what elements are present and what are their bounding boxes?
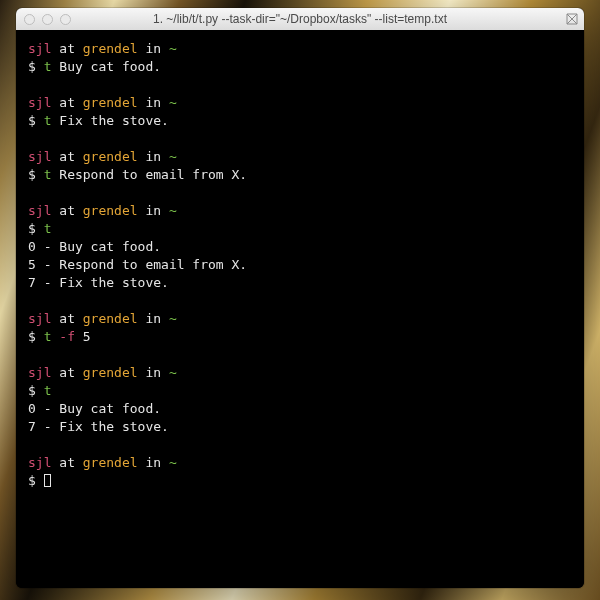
prompt-at: at [51,41,82,56]
command-argument: Fix the stove. [51,113,168,128]
command-line: $ t [28,220,572,238]
prompt-context-line: sjl at grendel in ~ [28,202,572,220]
prompt-context-line: sjl at grendel in ~ [28,148,572,166]
command-line: $ t Buy cat food. [28,58,572,76]
output-line: 7 - Fix the stove. [28,274,572,292]
prompt-user: sjl [28,365,51,380]
window-title: 1. ~/lib/t/t.py --task-dir="~/Dropbox/ta… [16,12,584,26]
command-argument: Buy cat food. [51,59,161,74]
prompt-at: at [51,149,82,164]
prompt-context-line: sjl at grendel in ~ [28,40,572,58]
prompt-in: in [138,365,169,380]
prompt-host: grendel [83,203,138,218]
command-name: t [44,329,60,344]
prompt-sigil: $ [28,167,44,182]
prompt-user: sjl [28,149,51,164]
prompt-at: at [51,365,82,380]
command-line: $ t Fix the stove. [28,112,572,130]
prompt-path: ~ [169,41,177,56]
blank-line [28,76,572,94]
prompt-path: ~ [169,365,177,380]
prompt-in: in [138,455,169,470]
terminal-content[interactable]: sjl at grendel in ~$ t Buy cat food. sjl… [16,30,584,588]
prompt-path: ~ [169,311,177,326]
command-argument: Respond to email from X. [51,167,247,182]
prompt-in: in [138,311,169,326]
prompt-sigil: $ [28,221,44,236]
prompt-at: at [51,455,82,470]
prompt-context-line: sjl at grendel in ~ [28,454,572,472]
prompt-host: grendel [83,365,138,380]
prompt-sigil: $ [28,59,44,74]
prompt-sigil: $ [28,113,44,128]
prompt-host: grendel [83,41,138,56]
prompt-in: in [138,95,169,110]
prompt-at: at [51,203,82,218]
zoom-button[interactable] [60,14,71,25]
minimize-button[interactable] [42,14,53,25]
prompt-path: ~ [169,95,177,110]
terminal-window: 1. ~/lib/t/t.py --task-dir="~/Dropbox/ta… [16,8,584,588]
blank-line [28,490,572,508]
prompt-path: ~ [169,149,177,164]
prompt-user: sjl [28,95,51,110]
resize-icon[interactable] [566,13,578,25]
close-button[interactable] [24,14,35,25]
command-line: $ t [28,382,572,400]
prompt-context-line: sjl at grendel in ~ [28,364,572,382]
prompt-user: sjl [28,455,51,470]
output-line: 0 - Buy cat food. [28,400,572,418]
prompt-context-line: sjl at grendel in ~ [28,310,572,328]
prompt-path: ~ [169,203,177,218]
prompt-in: in [138,41,169,56]
prompt-in: in [138,203,169,218]
blank-line [28,436,572,454]
command-flag: -f [59,329,75,344]
command-argument: 5 [75,329,91,344]
prompt-host: grendel [83,455,138,470]
blank-line [28,130,572,148]
command-name: t [44,383,52,398]
command-line: $ t Respond to email from X. [28,166,572,184]
cursor [44,474,51,487]
prompt-at: at [51,311,82,326]
prompt-sigil: $ [28,329,44,344]
blank-line [28,292,572,310]
prompt-host: grendel [83,311,138,326]
prompt-sigil: $ [28,383,44,398]
output-line: 0 - Buy cat food. [28,238,572,256]
prompt-host: grendel [83,95,138,110]
prompt-user: sjl [28,311,51,326]
blank-line [28,346,572,364]
command-line: $ [28,472,572,490]
command-line: $ t -f 5 [28,328,572,346]
output-line: 7 - Fix the stove. [28,418,572,436]
prompt-context-line: sjl at grendel in ~ [28,94,572,112]
command-name: t [44,221,52,236]
prompt-path: ~ [169,455,177,470]
prompt-in: in [138,149,169,164]
prompt-at: at [51,95,82,110]
window-titlebar[interactable]: 1. ~/lib/t/t.py --task-dir="~/Dropbox/ta… [16,8,584,31]
prompt-sigil: $ [28,473,44,488]
prompt-host: grendel [83,149,138,164]
desktop-background: 1. ~/lib/t/t.py --task-dir="~/Dropbox/ta… [0,0,600,600]
output-line: 5 - Respond to email from X. [28,256,572,274]
window-controls [16,14,71,25]
prompt-user: sjl [28,41,51,56]
prompt-user: sjl [28,203,51,218]
blank-line [28,184,572,202]
